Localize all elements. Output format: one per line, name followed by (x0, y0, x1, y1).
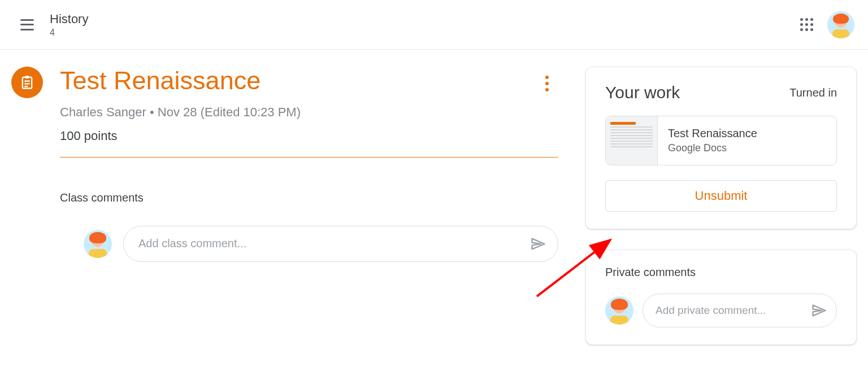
svg-rect-1 (25, 76, 29, 78)
class-comments-heading: Class comments (60, 191, 558, 204)
assignment-meta: Charles Sanger • Nov 28 (Edited 10:23 PM… (60, 105, 558, 120)
user-avatar (605, 296, 633, 325)
class-comment-field[interactable] (123, 226, 558, 262)
unsubmit-button[interactable]: Unsubmit (605, 180, 837, 212)
assignment-icon (11, 67, 43, 98)
main-menu-button[interactable] (14, 11, 41, 38)
your-work-heading: Your work (605, 83, 680, 102)
assignment-points: 100 points (60, 129, 558, 143)
assignment-author: Charles Sanger (60, 105, 146, 119)
apps-grid-icon (800, 18, 814, 32)
private-comments-heading: Private comments (605, 266, 837, 279)
assignment-header: Test Renaissance Charles Sanger • Nov 28… (11, 67, 558, 143)
attachment-item[interactable]: Test Renaissance Google Docs (605, 116, 837, 165)
work-status: Turned in (789, 86, 837, 99)
user-avatar (84, 230, 112, 258)
attachment-thumbnail (606, 116, 658, 165)
your-work-card: Your work Turned in Test Renaissance Goo… (585, 67, 857, 229)
attachment-type: Google Docs (668, 142, 757, 154)
class-section: 4 (50, 28, 88, 38)
google-apps-button[interactable] (793, 11, 821, 38)
private-comments-card: Private comments (585, 250, 857, 345)
assignment-title: Test Renaissance (60, 67, 558, 95)
class-title-block[interactable]: History 4 (50, 12, 88, 38)
assignment-edited: Edited 10:23 PM (205, 105, 297, 119)
private-comment-field[interactable] (643, 294, 837, 327)
send-icon (811, 303, 827, 318)
send-icon (530, 236, 546, 252)
send-class-comment-button[interactable] (528, 234, 548, 253)
class-name: History (50, 12, 88, 27)
divider (60, 157, 558, 158)
private-comment-input[interactable] (656, 304, 809, 317)
attachment-name: Test Renaissance (668, 127, 757, 140)
send-private-comment-button[interactable] (809, 301, 828, 320)
class-comments-section: Class comments (60, 191, 558, 262)
clipboard-icon (19, 75, 35, 90)
app-header: History 4 (0, 0, 868, 50)
account-avatar[interactable] (827, 11, 854, 38)
assignment-options-button[interactable] (536, 72, 558, 95)
class-comment-input[interactable] (138, 237, 528, 250)
hamburger-icon (20, 19, 34, 30)
assignment-date: Nov 28 (158, 105, 197, 119)
